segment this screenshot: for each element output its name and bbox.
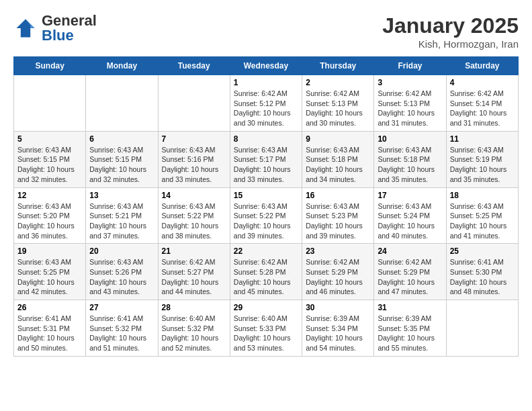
day-number: 14 — [162, 191, 226, 200]
day-number: 3 — [378, 78, 442, 87]
day-info: Sunrise: 6:43 AMSunset: 5:15 PMDaylight:… — [17, 145, 82, 185]
day-number: 24 — [378, 246, 442, 256]
calendar-cell: 30Sunrise: 6:39 AMSunset: 5:34 PMDayligh… — [302, 300, 374, 357]
calendar-cell: 20Sunrise: 6:43 AMSunset: 5:26 PMDayligh… — [86, 244, 158, 300]
day-info: Sunrise: 6:42 AMSunset: 5:29 PMDaylight:… — [306, 257, 370, 297]
day-header-monday: Monday — [86, 57, 158, 75]
day-number: 20 — [89, 246, 154, 256]
calendar-cell — [86, 75, 158, 132]
month-year: January 2025 — [382, 13, 519, 38]
calendar-cell: 2Sunrise: 6:42 AMSunset: 5:13 PMDaylight… — [302, 75, 374, 132]
day-number: 28 — [162, 303, 226, 312]
day-info: Sunrise: 6:43 AMSunset: 5:25 PMDaylight:… — [450, 201, 515, 241]
day-number: 2 — [306, 78, 370, 87]
calendar-cell: 3Sunrise: 6:42 AMSunset: 5:13 PMDaylight… — [374, 75, 446, 132]
day-number: 31 — [378, 303, 442, 312]
day-number: 9 — [306, 134, 370, 144]
calendar-cell: 21Sunrise: 6:42 AMSunset: 5:27 PMDayligh… — [158, 244, 230, 300]
calendar-cell: 14Sunrise: 6:43 AMSunset: 5:22 PMDayligh… — [158, 187, 230, 244]
calendar-header-row: SundayMondayTuesdayWednesdayThursdayFrid… — [14, 57, 519, 75]
day-info: Sunrise: 6:43 AMSunset: 5:15 PMDaylight:… — [89, 145, 154, 185]
day-info: Sunrise: 6:43 AMSunset: 5:22 PMDaylight:… — [234, 201, 298, 241]
calendar-cell: 11Sunrise: 6:43 AMSunset: 5:19 PMDayligh… — [446, 131, 518, 187]
logo-text: General Blue — [42, 13, 97, 43]
day-info: Sunrise: 6:41 AMSunset: 5:32 PMDaylight:… — [89, 314, 154, 353]
day-number: 10 — [378, 134, 442, 144]
day-number: 5 — [17, 134, 82, 144]
logo: General Blue — [13, 13, 97, 43]
day-number: 18 — [450, 191, 515, 200]
calendar-cell: 25Sunrise: 6:41 AMSunset: 5:30 PMDayligh… — [446, 244, 518, 300]
day-info: Sunrise: 6:43 AMSunset: 5:18 PMDaylight:… — [306, 145, 370, 185]
day-header-thursday: Thursday — [302, 57, 374, 75]
calendar-cell: 9Sunrise: 6:43 AMSunset: 5:18 PMDaylight… — [302, 131, 374, 187]
day-info: Sunrise: 6:43 AMSunset: 5:19 PMDaylight:… — [450, 145, 515, 185]
day-number: 6 — [89, 134, 154, 144]
logo-blue: Blue — [42, 27, 74, 44]
day-info: Sunrise: 6:42 AMSunset: 5:12 PMDaylight:… — [234, 89, 298, 128]
day-number: 30 — [306, 303, 370, 312]
day-number: 17 — [378, 191, 442, 200]
calendar-week-0: 1Sunrise: 6:42 AMSunset: 5:12 PMDaylight… — [14, 75, 519, 132]
calendar-cell: 19Sunrise: 6:43 AMSunset: 5:25 PMDayligh… — [14, 244, 86, 300]
calendar-week-1: 5Sunrise: 6:43 AMSunset: 5:15 PMDaylight… — [14, 131, 519, 187]
calendar-cell: 29Sunrise: 6:40 AMSunset: 5:33 PMDayligh… — [230, 300, 302, 357]
day-number: 11 — [450, 134, 515, 144]
calendar-cell: 22Sunrise: 6:42 AMSunset: 5:28 PMDayligh… — [230, 244, 302, 300]
calendar-cell: 8Sunrise: 6:43 AMSunset: 5:17 PMDaylight… — [230, 131, 302, 187]
calendar-cell: 24Sunrise: 6:42 AMSunset: 5:29 PMDayligh… — [374, 244, 446, 300]
day-info: Sunrise: 6:41 AMSunset: 5:31 PMDaylight:… — [17, 314, 82, 353]
day-info: Sunrise: 6:42 AMSunset: 5:28 PMDaylight:… — [234, 257, 298, 297]
calendar-cell: 28Sunrise: 6:40 AMSunset: 5:32 PMDayligh… — [158, 300, 230, 357]
day-info: Sunrise: 6:39 AMSunset: 5:34 PMDaylight:… — [306, 314, 370, 353]
day-header-friday: Friday — [374, 57, 446, 75]
calendar-cell: 26Sunrise: 6:41 AMSunset: 5:31 PMDayligh… — [14, 300, 86, 357]
calendar-week-2: 12Sunrise: 6:43 AMSunset: 5:20 PMDayligh… — [14, 187, 519, 244]
calendar-cell: 18Sunrise: 6:43 AMSunset: 5:25 PMDayligh… — [446, 187, 518, 244]
calendar-cell: 17Sunrise: 6:43 AMSunset: 5:24 PMDayligh… — [374, 187, 446, 244]
day-number: 4 — [450, 78, 515, 87]
day-info: Sunrise: 6:40 AMSunset: 5:33 PMDaylight:… — [234, 314, 298, 353]
calendar-cell — [158, 75, 230, 132]
calendar-week-4: 26Sunrise: 6:41 AMSunset: 5:31 PMDayligh… — [14, 300, 519, 357]
day-info: Sunrise: 6:43 AMSunset: 5:16 PMDaylight:… — [162, 145, 226, 185]
day-number: 1 — [234, 78, 298, 87]
logo-icon — [13, 16, 38, 40]
day-info: Sunrise: 6:43 AMSunset: 5:21 PMDaylight:… — [89, 201, 154, 241]
day-info: Sunrise: 6:42 AMSunset: 5:27 PMDaylight:… — [162, 257, 226, 297]
day-number: 26 — [17, 303, 82, 312]
calendar-cell: 27Sunrise: 6:41 AMSunset: 5:32 PMDayligh… — [86, 300, 158, 357]
day-number: 19 — [17, 246, 82, 256]
day-header-tuesday: Tuesday — [158, 57, 230, 75]
day-info: Sunrise: 6:43 AMSunset: 5:17 PMDaylight:… — [234, 145, 298, 185]
calendar-cell: 15Sunrise: 6:43 AMSunset: 5:22 PMDayligh… — [230, 187, 302, 244]
day-info: Sunrise: 6:40 AMSunset: 5:32 PMDaylight:… — [162, 314, 226, 353]
title-block: January 2025 Kish, Hormozgan, Iran — [382, 13, 519, 50]
day-number: 21 — [162, 246, 226, 256]
calendar-cell — [446, 300, 518, 357]
day-number: 13 — [89, 191, 154, 200]
day-number: 15 — [234, 191, 298, 200]
day-number: 27 — [89, 303, 154, 312]
day-number: 12 — [17, 191, 82, 200]
day-info: Sunrise: 6:43 AMSunset: 5:22 PMDaylight:… — [162, 201, 226, 241]
day-info: Sunrise: 6:42 AMSunset: 5:14 PMDaylight:… — [450, 89, 515, 128]
calendar-cell: 4Sunrise: 6:42 AMSunset: 5:14 PMDaylight… — [446, 75, 518, 132]
day-number: 23 — [306, 246, 370, 256]
day-header-wednesday: Wednesday — [230, 57, 302, 75]
calendar-cell: 31Sunrise: 6:39 AMSunset: 5:35 PMDayligh… — [374, 300, 446, 357]
day-number: 29 — [234, 303, 298, 312]
calendar-cell: 5Sunrise: 6:43 AMSunset: 5:15 PMDaylight… — [14, 131, 86, 187]
day-number: 22 — [234, 246, 298, 256]
location: Kish, Hormozgan, Iran — [382, 38, 519, 50]
calendar-cell: 1Sunrise: 6:42 AMSunset: 5:12 PMDaylight… — [230, 75, 302, 132]
day-number: 8 — [234, 134, 298, 144]
day-info: Sunrise: 6:43 AMSunset: 5:20 PMDaylight:… — [17, 201, 82, 241]
day-info: Sunrise: 6:43 AMSunset: 5:24 PMDaylight:… — [378, 201, 442, 241]
day-info: Sunrise: 6:42 AMSunset: 5:29 PMDaylight:… — [378, 257, 442, 297]
day-info: Sunrise: 6:41 AMSunset: 5:30 PMDaylight:… — [450, 257, 515, 297]
day-info: Sunrise: 6:43 AMSunset: 5:25 PMDaylight:… — [17, 257, 82, 297]
calendar-table: SundayMondayTuesdayWednesdayThursdayFrid… — [13, 56, 519, 357]
page-header: General Blue January 2025 Kish, Hormozga… — [13, 13, 519, 50]
day-number: 16 — [306, 191, 370, 200]
